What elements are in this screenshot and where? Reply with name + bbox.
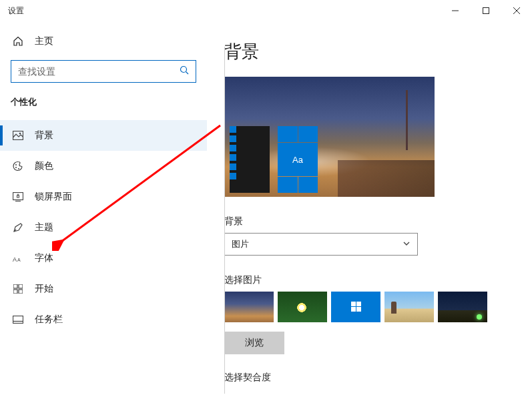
sidebar-item-fonts[interactable]: AA 字体 [0,243,207,274]
chevron-down-icon [403,238,411,250]
maximize-button[interactable] [471,0,501,21]
sidebar-item-background[interactable]: 背景 [0,120,207,151]
vertical-divider [224,47,225,394]
minimize-button[interactable] [440,0,471,21]
search-icon [180,65,189,77]
theme-icon [12,222,24,233]
sidebar-item-label: 颜色 [35,160,53,172]
svg-point-4 [181,67,187,73]
fit-label: 选择契合度 [224,372,532,384]
picture-thumb-1[interactable] [278,292,327,322]
picture-thumb-4[interactable] [438,292,487,322]
background-type-dropdown[interactable]: 图片 [224,233,418,256]
sidebar-item-label: 开始 [35,283,53,295]
svg-rect-18 [19,284,23,288]
svg-rect-21 [13,316,23,324]
main-content: 背景 Aa 背景 图片 选择图片 [207,21,532,401]
sidebar-item-label: 背景 [35,129,53,141]
svg-point-8 [15,164,17,165]
picture-thumb-2[interactable] [331,292,380,322]
picture-icon [12,131,24,140]
svg-text:A: A [13,256,17,263]
palette-icon [12,161,24,171]
search-input-container[interactable] [11,60,196,83]
start-icon [12,284,24,294]
sidebar-item-start[interactable]: 开始 [0,274,207,304]
sidebar-item-label: 字体 [35,252,53,264]
sidebar-item-themes[interactable]: 主题 [0,212,207,243]
sidebar-item-label: 锁屏界面 [35,191,72,203]
choose-picture-label: 选择图片 [224,274,532,286]
preview-sample-tile: Aa [278,143,318,176]
lockscreen-icon [12,192,24,202]
sidebar-item-taskbar[interactable]: 任务栏 [0,304,207,335]
sidebar-item-label: 任务栏 [35,314,63,326]
sidebar-item-lockscreen[interactable]: 锁屏界面 [0,181,207,212]
section-title: 个性化 [0,91,207,120]
font-icon: AA [12,254,24,263]
nav-list: 背景 颜色 锁屏界面 [0,120,207,335]
svg-rect-19 [13,290,17,294]
window-title: 设置 [8,5,24,17]
home-icon [12,36,24,47]
picture-thumbnails [224,292,532,322]
svg-rect-11 [13,193,23,200]
picture-thumb-3[interactable] [384,292,434,322]
search-input[interactable] [18,66,180,77]
svg-point-9 [15,167,17,168]
background-label: 背景 [224,216,532,228]
sidebar-item-label: 主题 [35,222,53,234]
svg-rect-13 [17,195,19,197]
taskbar-icon [12,316,24,324]
svg-rect-1 [483,8,489,14]
dropdown-value: 图片 [232,238,403,250]
close-button[interactable] [501,0,532,21]
page-heading: 背景 [224,40,532,63]
svg-rect-20 [19,290,23,294]
svg-text:A: A [17,258,21,262]
sidebar: 主页 个性化 背景 [0,21,207,401]
browse-button[interactable]: 浏览 [224,332,284,354]
svg-rect-17 [13,284,17,288]
picture-thumb-0[interactable] [224,292,274,322]
home-label: 主页 [35,35,53,47]
svg-line-5 [186,72,189,75]
svg-point-10 [18,168,19,169]
svg-point-7 [19,133,21,135]
desktop-preview: Aa [224,77,435,197]
home-nav[interactable]: 主页 [0,28,207,55]
sidebar-item-colors[interactable]: 颜色 [0,151,207,181]
